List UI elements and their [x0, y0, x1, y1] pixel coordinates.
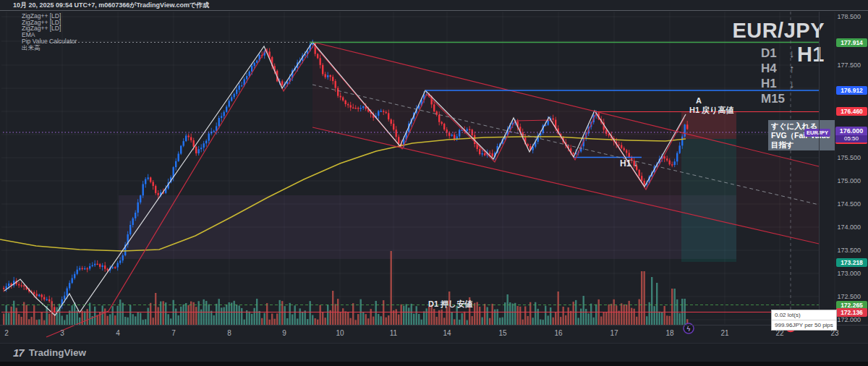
volume-bar	[16, 308, 17, 325]
volume-bar	[370, 309, 372, 325]
price-tick: 173.000	[817, 270, 861, 277]
volume-bar	[593, 318, 595, 325]
volume-bar	[656, 283, 658, 325]
volume-bar	[28, 319, 30, 325]
volume-bar	[553, 318, 554, 325]
volume-bar	[122, 303, 124, 325]
volume-bar	[391, 251, 392, 325]
volume-bar	[165, 302, 166, 325]
volume-bar	[479, 307, 480, 325]
volume-bar	[492, 304, 493, 325]
volume-bar	[175, 309, 176, 325]
volume-bar	[436, 317, 438, 325]
price-level-badge: 176.460	[836, 107, 867, 116]
timeframe-h1: H1	[761, 77, 777, 91]
volume-bar	[618, 311, 620, 325]
volume-bar	[87, 309, 88, 325]
tradingview-logo[interactable]: 17 TradingView	[13, 346, 86, 359]
volume-bar	[408, 307, 409, 325]
volume-bar	[504, 302, 506, 325]
time-tick: 11	[390, 329, 397, 337]
volume-bar	[631, 308, 632, 325]
volume-bar	[497, 309, 498, 325]
volume-bar	[378, 314, 379, 325]
volume-bar	[423, 311, 425, 325]
time-tick: 14	[443, 329, 451, 337]
time-tick: 8	[227, 329, 231, 337]
volume-bar	[375, 301, 377, 325]
volume-bar	[61, 316, 63, 325]
volume-bar	[322, 312, 323, 325]
arrow-down-icon: ↓	[789, 77, 795, 90]
volume-bar	[522, 320, 524, 325]
time-tick: 2	[4, 329, 9, 337]
volume-bar	[451, 312, 453, 325]
price-tick: 175.500	[817, 154, 861, 161]
price-level-badge: 176.912	[836, 86, 867, 95]
volume-bar	[297, 318, 298, 325]
volume-bar	[229, 302, 230, 325]
volume-bar	[335, 304, 336, 325]
price-tick: 172.500	[817, 293, 861, 300]
volume-bar	[124, 317, 126, 325]
volume-bar	[13, 301, 14, 325]
timeframe-h4: H4	[761, 61, 777, 76]
timeframe-m15: M15	[761, 92, 785, 106]
volume-bar	[178, 315, 179, 325]
volume-bar	[588, 313, 590, 325]
time-tick: 17	[610, 329, 618, 337]
price-level-badge: 173.218	[836, 258, 867, 267]
volume-bar	[127, 318, 129, 325]
volume-bar	[651, 277, 652, 325]
volume-bar	[355, 320, 357, 325]
volume-bar	[540, 320, 541, 325]
annotation-h1-return-high: H1 戻り高値	[689, 105, 733, 116]
arrow-up-icon: ↑	[789, 62, 795, 75]
price-level-badge: 172.136	[836, 308, 867, 317]
volume-bar	[474, 303, 475, 325]
volume-bar	[626, 305, 627, 325]
footer-bar	[0, 343, 868, 362]
legend-item-volume[interactable]: 出来高	[22, 45, 77, 51]
volume-bar	[271, 314, 273, 325]
volume-bar	[69, 310, 70, 325]
symbol-tag: EURJPY	[804, 129, 830, 137]
volume-bar	[216, 304, 217, 325]
volume-bar	[517, 306, 519, 325]
volume-bar	[226, 305, 227, 325]
fvg-note-line3: 目指す	[771, 140, 832, 150]
volume-bar	[129, 305, 131, 325]
time-tick: 10	[336, 329, 344, 337]
volume-bar	[624, 305, 625, 325]
volume-bar	[421, 320, 422, 325]
volume-bar	[548, 315, 549, 325]
volume-bar	[137, 312, 139, 325]
volume-bar	[362, 312, 364, 325]
volume-bar	[555, 312, 556, 325]
volume-bar	[21, 317, 22, 325]
volume-bar	[542, 320, 544, 325]
pip-value-per-50pips: 999.96JPY per 50 pips	[772, 320, 836, 330]
volume-bar	[345, 311, 346, 325]
volume-bar	[487, 307, 488, 325]
price-tick: 177.500	[817, 61, 861, 69]
time-tick: 18	[665, 329, 673, 337]
volume-bar	[583, 296, 584, 325]
volume-bar	[509, 302, 511, 325]
volume-bar	[236, 305, 237, 325]
time-tick: 16	[554, 329, 562, 337]
volume-bar	[269, 320, 271, 325]
volume-bar	[254, 308, 255, 325]
volume-bar	[97, 315, 98, 325]
volume-bar	[33, 305, 35, 325]
volume-bar	[320, 305, 321, 325]
volume-bar	[18, 314, 20, 325]
volume-bar	[142, 320, 144, 325]
volume-bar	[433, 309, 435, 325]
volume-bar	[406, 304, 407, 325]
volume-bar	[266, 303, 268, 325]
volume-bar	[610, 304, 612, 325]
volume-bar	[299, 308, 301, 325]
volume-bar	[621, 303, 622, 325]
volume-bar	[183, 305, 184, 325]
